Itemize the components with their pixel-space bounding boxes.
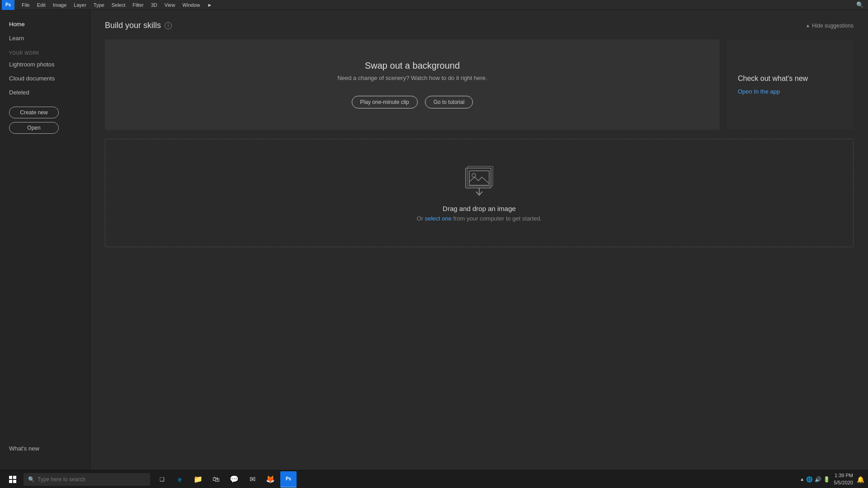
skill-card-side: Check out what's new Open In the app (727, 39, 854, 130)
main-layout: Home Learn YOUR WORK Lightroom photos Cl… (0, 10, 868, 470)
taskbar-search-box[interactable]: 🔍 (24, 473, 150, 486)
taskbar-app-photoshop[interactable]: Ps (280, 471, 297, 488)
speaker-icon[interactable]: 🔊 (815, 476, 821, 483)
svg-rect-5 (9, 476, 12, 479)
open-button[interactable]: Open (9, 122, 59, 134)
sidebar: Home Learn YOUR WORK Lightroom photos Cl… (0, 10, 90, 470)
sidebar-item-lightroom[interactable]: Lightroom photos (0, 57, 90, 71)
skills-row: Swap out a background Need a change of s… (105, 39, 854, 130)
select-one-link[interactable]: select one (425, 215, 452, 222)
taskbar-search-input[interactable] (38, 476, 146, 483)
drop-subtitle-prefix: Or (417, 215, 425, 222)
play-clip-button[interactable]: Play one-minute clip (352, 96, 418, 108)
notification-bell-icon[interactable]: 🔔 (857, 476, 864, 483)
taskbar-app-task-view[interactable]: ❑ (154, 471, 170, 488)
drop-zone-subtitle: Or select one from your computer to get … (417, 215, 542, 222)
main-content: Build your skills i ▲ Hide suggestions S… (90, 10, 868, 470)
menu-filter[interactable]: Filter (129, 0, 147, 10)
hide-suggestions-label: Hide suggestions (812, 23, 854, 29)
sidebar-item-cloud[interactable]: Cloud documents (0, 71, 90, 85)
svg-rect-7 (9, 480, 12, 483)
menu-more[interactable]: ► (204, 0, 216, 10)
taskbar-app-edge[interactable]: e (172, 471, 188, 488)
svg-rect-6 (13, 476, 16, 479)
side-card-title: Check out what's new (738, 75, 843, 83)
svg-point-3 (472, 174, 476, 177)
section-title-text: Build your skills (105, 21, 161, 30)
taskbar-search-icon: 🔍 (28, 476, 35, 483)
section-title-group: Build your skills i (105, 21, 172, 30)
network-icon: 🌐 (806, 476, 813, 483)
battery-icon: 🔋 (823, 476, 830, 483)
ps-logo-text: Ps (5, 2, 11, 7)
svg-rect-2 (469, 171, 489, 185)
ps-logo: Ps (2, 0, 14, 10)
taskbar-app-firefox[interactable]: 🦊 (262, 471, 278, 488)
clock-time: 1:39 PM (834, 472, 853, 479)
menu-edit[interactable]: Edit (33, 0, 49, 10)
drop-icon (461, 164, 497, 197)
taskbar-app-explorer[interactable]: 📁 (190, 471, 206, 488)
taskbar-apps: ❑ e 📁 🛍 💬 ✉ 🦊 Ps (154, 471, 297, 488)
menu-layer[interactable]: Layer (70, 0, 90, 10)
info-icon[interactable]: i (165, 22, 172, 29)
drop-subtitle-suffix: from your computer to get started. (452, 215, 542, 222)
menu-window[interactable]: Window (179, 0, 203, 10)
create-new-button[interactable]: Create new (9, 107, 59, 118)
skill-card-main: Swap out a background Need a change of s… (105, 39, 720, 130)
open-in-app-link[interactable]: Open In the app (738, 88, 843, 95)
menu-3d[interactable]: 3D (147, 0, 161, 10)
menu-image[interactable]: Image (49, 0, 71, 10)
clock[interactable]: 1:39 PM 5/5/2020 (834, 472, 853, 486)
sidebar-your-work-label: YOUR WORK (0, 45, 90, 57)
drop-zone-title: Drag and drop an image (443, 205, 516, 212)
skill-card-title: Swap out a background (365, 61, 460, 71)
sidebar-item-home[interactable]: Home (0, 17, 90, 31)
drop-zone[interactable]: Drag and drop an image Or select one fro… (105, 139, 854, 247)
menu-type[interactable]: Type (90, 0, 108, 10)
svg-rect-8 (13, 480, 16, 483)
menu-view[interactable]: View (161, 0, 179, 10)
menu-select[interactable]: Select (108, 0, 129, 10)
hide-suggestions-button[interactable]: ▲ Hide suggestions (806, 23, 854, 29)
skill-card-subtitle: Need a change of scenery? Watch how to d… (337, 75, 487, 81)
clock-date: 5/5/2020 (834, 479, 853, 486)
sidebar-item-learn[interactable]: Learn (0, 31, 90, 45)
taskbar-right: ▲ 🌐 🔊 🔋 1:39 PM 5/5/2020 🔔 (800, 472, 864, 486)
chevron-up-icon: ▲ (806, 23, 810, 28)
taskbar: 🔍 ❑ e 📁 🛍 💬 ✉ 🦊 Ps ▲ 🌐 🔊 🔋 1:39 PM 5/5/2… (0, 470, 868, 488)
skill-card-buttons: Play one-minute clip Go to tutorial (352, 96, 473, 108)
go-tutorial-button[interactable]: Go to tutorial (425, 96, 473, 108)
notification-area: ▲ 🌐 🔊 🔋 (800, 476, 830, 483)
search-icon[interactable]: 🔍 (854, 0, 866, 10)
section-header: Build your skills i ▲ Hide suggestions (105, 21, 854, 30)
sidebar-action-buttons: Create new Open (0, 99, 90, 137)
taskbar-app-store[interactable]: 🛍 (208, 471, 224, 488)
start-button[interactable] (4, 470, 22, 488)
ps-menubar: Ps File Edit Image Layer Type Select Fil… (0, 0, 868, 10)
sidebar-item-deleted[interactable]: Deleted (0, 85, 90, 99)
taskbar-app-mail[interactable]: ✉ (244, 471, 260, 488)
sidebar-bottom: What's new (0, 434, 90, 463)
chevron-up-icon-taskbar[interactable]: ▲ (800, 477, 804, 482)
sidebar-item-whats-new[interactable]: What's new (9, 441, 81, 455)
taskbar-app-discord[interactable]: 💬 (226, 471, 242, 488)
menu-file[interactable]: File (18, 0, 33, 10)
